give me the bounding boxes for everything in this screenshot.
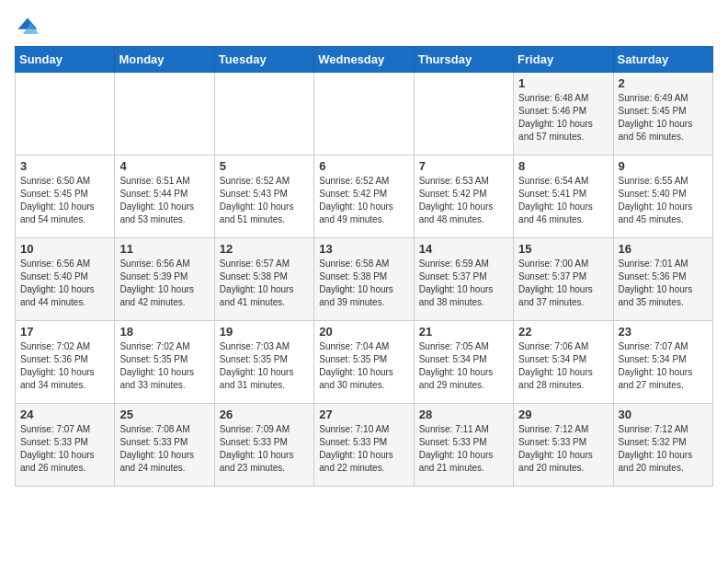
day-number: 24 <box>20 408 109 421</box>
calendar-cell: 24Sunrise: 7:07 AM Sunset: 5:33 PM Dayli… <box>16 404 115 487</box>
day-number: 16 <box>619 242 708 256</box>
day-info: Sunrise: 7:04 AM Sunset: 5:35 PM Dayligh… <box>319 340 408 392</box>
calendar-cell: 4Sunrise: 6:51 AM Sunset: 5:44 PM Daylig… <box>115 155 214 238</box>
day-info: Sunrise: 7:08 AM Sunset: 5:33 PM Dayligh… <box>119 423 209 475</box>
day-number: 19 <box>220 325 309 339</box>
day-info: Sunrise: 6:56 AM Sunset: 5:39 PM Dayligh… <box>119 258 209 309</box>
calendar-week-row: 10Sunrise: 6:56 AM Sunset: 5:40 PM Dayli… <box>16 238 713 321</box>
day-number: 20 <box>319 325 408 339</box>
day-info: Sunrise: 6:52 AM Sunset: 5:43 PM Dayligh… <box>220 175 309 226</box>
day-info: Sunrise: 7:12 AM Sunset: 5:32 PM Dayligh… <box>619 423 708 475</box>
day-number: 28 <box>419 408 508 421</box>
day-info: Sunrise: 7:06 AM Sunset: 5:34 PM Dayligh… <box>518 340 608 392</box>
day-number: 13 <box>319 242 408 256</box>
calendar-table: SundayMondayTuesdayWednesdayThursdayFrid… <box>15 46 713 487</box>
weekday-header-row: SundayMondayTuesdayWednesdayThursdayFrid… <box>16 47 713 73</box>
calendar-cell: 25Sunrise: 7:08 AM Sunset: 5:33 PM Dayli… <box>115 404 214 487</box>
calendar-cell: 8Sunrise: 6:54 AM Sunset: 5:41 PM Daylig… <box>514 155 613 238</box>
day-number: 10 <box>20 242 109 256</box>
calendar-cell: 16Sunrise: 7:01 AM Sunset: 5:36 PM Dayli… <box>613 238 712 321</box>
calendar-cell: 23Sunrise: 7:07 AM Sunset: 5:34 PM Dayli… <box>613 321 712 404</box>
calendar-cell: 10Sunrise: 6:56 AM Sunset: 5:40 PM Dayli… <box>16 238 115 321</box>
day-number: 30 <box>619 408 708 421</box>
day-info: Sunrise: 7:09 AM Sunset: 5:33 PM Dayligh… <box>220 423 309 475</box>
day-info: Sunrise: 7:07 AM Sunset: 5:34 PM Dayligh… <box>619 340 708 392</box>
calendar-cell: 2Sunrise: 6:49 AM Sunset: 5:45 PM Daylig… <box>613 73 712 155</box>
calendar-cell: 11Sunrise: 6:56 AM Sunset: 5:39 PM Dayli… <box>115 238 214 321</box>
calendar-week-row: 1Sunrise: 6:48 AM Sunset: 5:46 PM Daylig… <box>16 73 713 155</box>
weekday-header-tuesday: Tuesday <box>214 47 313 73</box>
day-info: Sunrise: 6:52 AM Sunset: 5:42 PM Dayligh… <box>319 175 408 226</box>
weekday-header-saturday: Saturday <box>613 47 712 73</box>
day-info: Sunrise: 6:51 AM Sunset: 5:44 PM Dayligh… <box>119 175 209 226</box>
weekday-header-thursday: Thursday <box>414 47 513 73</box>
calendar-cell <box>16 73 115 155</box>
day-info: Sunrise: 6:54 AM Sunset: 5:41 PM Dayligh… <box>518 175 608 226</box>
day-number: 23 <box>619 325 708 339</box>
calendar-cell: 13Sunrise: 6:58 AM Sunset: 5:38 PM Dayli… <box>314 238 414 321</box>
day-number: 7 <box>419 159 508 173</box>
weekday-header-friday: Friday <box>514 47 613 73</box>
day-number: 17 <box>20 325 109 339</box>
weekday-header-monday: Monday <box>115 47 214 73</box>
day-info: Sunrise: 7:03 AM Sunset: 5:35 PM Dayligh… <box>220 340 309 392</box>
day-info: Sunrise: 7:12 AM Sunset: 5:33 PM Dayligh… <box>518 423 608 475</box>
calendar-cell: 17Sunrise: 7:02 AM Sunset: 5:36 PM Dayli… <box>16 321 115 404</box>
weekday-header-wednesday: Wednesday <box>314 47 414 73</box>
page: SundayMondayTuesdayWednesdayThursdayFrid… <box>0 0 728 563</box>
day-info: Sunrise: 6:53 AM Sunset: 5:42 PM Dayligh… <box>419 175 508 226</box>
day-number: 14 <box>419 242 508 256</box>
calendar-cell <box>314 73 414 155</box>
calendar-cell: 20Sunrise: 7:04 AM Sunset: 5:35 PM Dayli… <box>314 321 414 404</box>
calendar-cell: 22Sunrise: 7:06 AM Sunset: 5:34 PM Dayli… <box>514 321 613 404</box>
calendar-cell: 15Sunrise: 7:00 AM Sunset: 5:37 PM Dayli… <box>514 238 613 321</box>
day-number: 1 <box>518 76 608 90</box>
day-number: 9 <box>619 159 708 173</box>
day-info: Sunrise: 7:05 AM Sunset: 5:34 PM Dayligh… <box>419 340 508 392</box>
calendar-cell: 6Sunrise: 6:52 AM Sunset: 5:42 PM Daylig… <box>314 155 414 238</box>
calendar-cell: 7Sunrise: 6:53 AM Sunset: 5:42 PM Daylig… <box>414 155 513 238</box>
day-number: 3 <box>20 159 109 173</box>
day-number: 2 <box>619 76 708 90</box>
calendar-cell: 26Sunrise: 7:09 AM Sunset: 5:33 PM Dayli… <box>214 404 313 487</box>
day-info: Sunrise: 7:01 AM Sunset: 5:36 PM Dayligh… <box>619 258 708 309</box>
calendar-cell: 14Sunrise: 6:59 AM Sunset: 5:37 PM Dayli… <box>414 238 513 321</box>
calendar-cell: 27Sunrise: 7:10 AM Sunset: 5:33 PM Dayli… <box>314 404 414 487</box>
day-number: 15 <box>518 242 608 256</box>
calendar-cell: 18Sunrise: 7:02 AM Sunset: 5:35 PM Dayli… <box>115 321 214 404</box>
calendar-cell: 28Sunrise: 7:11 AM Sunset: 5:33 PM Dayli… <box>414 404 513 487</box>
day-info: Sunrise: 7:02 AM Sunset: 5:36 PM Dayligh… <box>20 340 109 392</box>
day-info: Sunrise: 6:59 AM Sunset: 5:37 PM Dayligh… <box>419 258 508 309</box>
day-info: Sunrise: 6:58 AM Sunset: 5:38 PM Dayligh… <box>319 258 408 309</box>
day-info: Sunrise: 6:55 AM Sunset: 5:40 PM Dayligh… <box>619 175 708 226</box>
day-number: 21 <box>419 325 508 339</box>
calendar-cell: 29Sunrise: 7:12 AM Sunset: 5:33 PM Dayli… <box>514 404 613 487</box>
calendar-cell <box>414 73 513 155</box>
logo <box>15 15 44 40</box>
day-number: 5 <box>220 159 309 173</box>
day-number: 22 <box>518 325 608 339</box>
calendar-cell: 30Sunrise: 7:12 AM Sunset: 5:32 PM Dayli… <box>613 404 712 487</box>
calendar-week-row: 24Sunrise: 7:07 AM Sunset: 5:33 PM Dayli… <box>16 404 713 487</box>
day-number: 26 <box>220 408 309 421</box>
day-info: Sunrise: 6:56 AM Sunset: 5:40 PM Dayligh… <box>20 258 109 309</box>
calendar-cell: 19Sunrise: 7:03 AM Sunset: 5:35 PM Dayli… <box>214 321 313 404</box>
header <box>15 9 713 40</box>
calendar-week-row: 17Sunrise: 7:02 AM Sunset: 5:36 PM Dayli… <box>16 321 713 404</box>
calendar-cell: 12Sunrise: 6:57 AM Sunset: 5:38 PM Dayli… <box>214 238 313 321</box>
calendar-cell <box>214 73 313 155</box>
day-number: 29 <box>518 408 608 421</box>
logo-icon <box>15 15 40 40</box>
day-info: Sunrise: 6:57 AM Sunset: 5:38 PM Dayligh… <box>220 258 309 309</box>
calendar-cell: 1Sunrise: 6:48 AM Sunset: 5:46 PM Daylig… <box>514 73 613 155</box>
day-info: Sunrise: 7:07 AM Sunset: 5:33 PM Dayligh… <box>20 423 109 475</box>
day-info: Sunrise: 7:00 AM Sunset: 5:37 PM Dayligh… <box>518 258 608 309</box>
calendar-cell: 5Sunrise: 6:52 AM Sunset: 5:43 PM Daylig… <box>214 155 313 238</box>
day-info: Sunrise: 6:49 AM Sunset: 5:45 PM Dayligh… <box>619 92 708 144</box>
day-number: 25 <box>119 408 209 421</box>
day-info: Sunrise: 6:50 AM Sunset: 5:45 PM Dayligh… <box>20 175 109 226</box>
calendar-cell: 9Sunrise: 6:55 AM Sunset: 5:40 PM Daylig… <box>613 155 712 238</box>
day-info: Sunrise: 7:10 AM Sunset: 5:33 PM Dayligh… <box>319 423 408 475</box>
day-number: 4 <box>119 159 209 173</box>
weekday-header-sunday: Sunday <box>16 47 115 73</box>
